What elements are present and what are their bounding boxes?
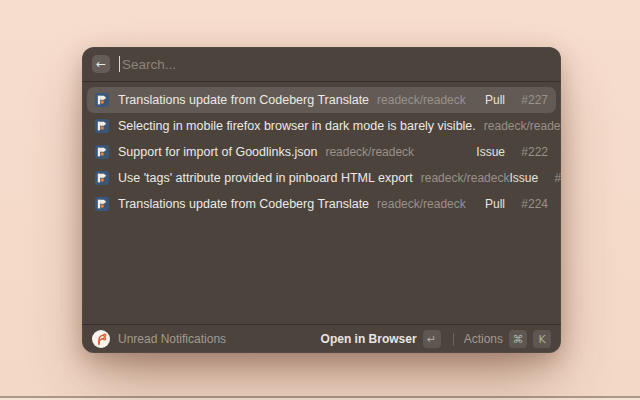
readeck-icon (95, 171, 109, 185)
item-repo: readeck/readeck (484, 119, 561, 133)
footer-divider (453, 333, 454, 346)
search-bar: ← (82, 47, 561, 81)
cmd-keycap[interactable]: ⌘ (509, 330, 527, 348)
notification-list: Translations update from Codeberg Transl… (82, 82, 561, 324)
back-button[interactable]: ← (92, 55, 110, 73)
list-item[interactable]: Support for import of Goodlinks.json rea… (87, 139, 556, 165)
item-title: Use 'tags' attribute provided in pinboar… (118, 171, 413, 185)
readeck-icon (95, 119, 109, 133)
item-title: Translations update from Codeberg Transl… (118, 197, 369, 211)
item-type: Pull (485, 93, 505, 107)
actions-button[interactable]: Actions (464, 332, 503, 346)
item-type: Issue (476, 145, 505, 159)
list-item[interactable]: Use 'tags' attribute provided in pinboar… (87, 165, 556, 191)
list-item[interactable]: Translations update from Codeberg Transl… (87, 191, 556, 217)
list-item[interactable]: Translations update from Codeberg Transl… (87, 87, 556, 113)
item-type: Issue (509, 171, 538, 185)
item-number: #224 (516, 197, 548, 211)
readeck-icon (95, 145, 109, 159)
item-number: #226 (549, 171, 561, 185)
item-repo: readeck/readeck (377, 197, 466, 211)
return-keycap[interactable]: ↵ (423, 330, 441, 348)
text-caret (119, 56, 120, 72)
item-repo: readeck/readeck (325, 145, 414, 159)
open-in-browser-button[interactable]: Open in Browser (321, 332, 417, 346)
readeck-icon (95, 197, 109, 211)
search-input[interactable] (122, 57, 551, 72)
item-type: Pull (485, 197, 505, 211)
readeck-icon (95, 93, 109, 107)
action-bar: Unread Notifications Open in Browser ↵ A… (82, 324, 561, 353)
item-repo: readeck/readeck (377, 93, 466, 107)
item-number: #222 (516, 145, 548, 159)
item-title: Selecting in mobile firefox browser in d… (118, 119, 476, 133)
back-icon: ← (96, 55, 106, 73)
notifications-window: ← Translations update from Codeberg Tran… (82, 47, 561, 353)
item-title: Support for import of Goodlinks.json (118, 145, 317, 159)
list-item[interactable]: Selecting in mobile firefox browser in d… (87, 113, 556, 139)
item-repo: readeck/readeck (421, 171, 510, 185)
forgejo-icon (92, 330, 110, 348)
item-title: Translations update from Codeberg Transl… (118, 93, 369, 107)
item-number: #227 (516, 93, 548, 107)
k-keycap[interactable]: K (533, 330, 551, 348)
source-label: Unread Notifications (118, 332, 226, 346)
